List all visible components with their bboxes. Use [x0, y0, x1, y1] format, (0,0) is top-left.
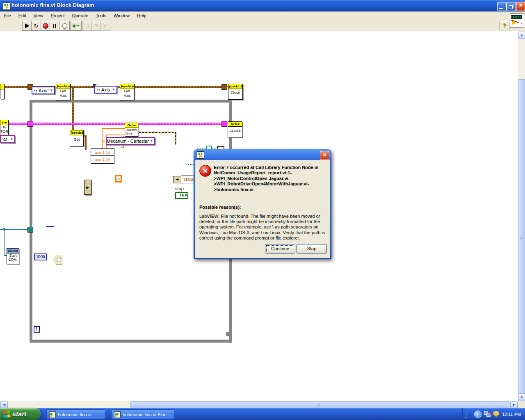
axis2-enum[interactable]: ◄► Axis 2 ▼	[32, 87, 55, 94]
dropdown-arrow-icon: ▼	[10, 137, 13, 141]
continue-button[interactable]: Continue	[265, 244, 295, 253]
taskbar-button-block-diagram[interactable]: holonomic fina.vi Bloc...	[111, 409, 174, 420]
menu-project[interactable]: Project	[47, 13, 68, 18]
wait-ms-constant[interactable]: 1000	[34, 253, 47, 260]
pause-button[interactable]	[50, 21, 59, 31]
window-titlebar[interactable]: holonomic fina.vi Block Diagram ✕	[0, 0, 525, 11]
menu-tools[interactable]: Tools	[92, 13, 110, 18]
scroll-up-button[interactable]: ▲	[518, 32, 525, 39]
menu-view[interactable]: View	[30, 13, 47, 18]
mecanum-mode-enum[interactable]: Mecanum - Cartesian ▼	[106, 137, 155, 145]
status-terminal-arrow[interactable]: ➔	[173, 176, 181, 183]
unbundle-row-axis2y[interactable]: axis 2 (y)	[91, 155, 114, 164]
toolbar: ↻ ◉→ ↴ ↷ ↱	[0, 20, 525, 31]
drive-close-node[interactable]: Drive CLOSE	[228, 121, 242, 137]
pause-icon	[55, 24, 56, 28]
run-button[interactable]	[22, 21, 32, 31]
minimize-icon	[499, 8, 503, 9]
zero-constant[interactable]: 0	[115, 175, 122, 183]
lightbulb-base-icon	[64, 28, 66, 30]
tunnel-driver-station[interactable]	[27, 227, 33, 233]
error-dialog[interactable]: ✕ ✕ Error 7 occurred at Call Library Fun…	[194, 149, 331, 259]
menu-edit[interactable]: Edit	[15, 13, 30, 18]
start-button[interactable]: start	[0, 408, 41, 420]
labview-dialog-icon	[197, 151, 204, 159]
joystick-close-node[interactable]: Joystick Close	[228, 84, 243, 100]
error-icon: ✕	[199, 165, 211, 177]
stop-button[interactable]: Stop	[297, 244, 327, 253]
menu-window[interactable]: Window	[110, 13, 133, 18]
highlight-execution-button[interactable]	[60, 21, 70, 31]
restore-icon	[509, 5, 513, 9]
run-continuous-button[interactable]: ↻	[31, 21, 41, 31]
retain-wire-values-button[interactable]: ◉→	[70, 21, 82, 31]
scrollbar-grip	[318, 403, 322, 406]
joystick-get-node[interactable]: Joystick Get	[70, 130, 84, 146]
taskbar: start holonomic fina.vi holonomic fina.v…	[0, 408, 525, 420]
error-line: >WPI_RobotDriveOpen4MotorWithJaguar.vi-	[214, 181, 328, 187]
vi-icon-pane[interactable]: 1	[510, 13, 524, 27]
scroll-down-button[interactable]: ▼	[518, 394, 525, 401]
tunnel-drive-right[interactable]	[221, 121, 227, 127]
step-into-button[interactable]: ↴	[82, 21, 92, 31]
restore-button[interactable]	[507, 2, 516, 11]
driver-station-start-node[interactable]: DrvrStn Start COM.	[7, 248, 19, 264]
scroll-left-button[interactable]: ◀	[0, 401, 8, 409]
enum-spinner-icon: ◄►	[96, 89, 101, 91]
possible-reasons-heading: Possible reason(s):	[199, 205, 241, 210]
hide-icons-chevron[interactable]: ‹	[474, 411, 482, 418]
close-button[interactable]: ✕	[516, 2, 525, 11]
tunnel-joystick-right[interactable]	[221, 84, 227, 90]
abort-button[interactable]	[41, 21, 50, 31]
lightbulb-icon	[62, 23, 67, 28]
tunnel-drive-left[interactable]	[27, 121, 33, 127]
menu-help[interactable]: Help	[133, 13, 150, 18]
taskbar-button-label: holonomic fina.vi Bloc...	[123, 412, 170, 417]
close-icon: ✕	[516, 2, 525, 8]
step-out-button[interactable]: ↱	[100, 21, 110, 31]
scrollbar-corner	[518, 401, 525, 408]
scrollbar-grip	[520, 235, 523, 239]
joystick-get-axis-node-b[interactable]: Joystick Get Axis	[120, 84, 135, 100]
menu-file[interactable]: File	[0, 13, 15, 18]
axis1-enum[interactable]: ◄► Axis 1 ▼	[94, 86, 117, 94]
run-icon	[25, 23, 30, 28]
enum-spinner-icon: ◄►	[33, 89, 38, 92]
unbundle-node-arrow[interactable]: ▶	[84, 180, 91, 195]
drive-open-node-partial[interactable]: ive N TOR	[0, 120, 9, 137]
taskbar-button-front-panel[interactable]: holonomic fina.vi	[46, 409, 106, 420]
minimize-button[interactable]	[497, 2, 507, 11]
pause-icon	[53, 24, 54, 28]
driver-station-ref-branch	[4, 229, 5, 256]
menu-operate[interactable]: Operate	[68, 13, 92, 18]
step-into-icon: ↴	[85, 23, 90, 29]
error-line: >WPI_MotorControlOpen Jaguar.vi-	[214, 176, 328, 181]
taskbar-clock[interactable]: 12:11 PM	[502, 412, 521, 417]
joystick-open-node-partial[interactable]	[0, 84, 5, 99]
dropdown-arrow-icon: ▼	[150, 139, 153, 143]
horizontal-scrollbar-thumb[interactable]	[130, 401, 509, 409]
scroll-right-button[interactable]: ▶	[510, 401, 518, 409]
metronome-icon	[57, 258, 61, 262]
step-over-button[interactable]: ↷	[91, 21, 101, 31]
jaguar-enum-partial[interactable]: ar▼	[0, 135, 15, 143]
labview-app-icon	[3, 2, 10, 10]
retain-wire-values-icon: ◉→	[72, 24, 79, 28]
window-title: holonomic fina.vi Block Diagram	[11, 2, 94, 8]
network-disconnected-icon[interactable]: ✕	[484, 411, 491, 417]
security-shield-icon[interactable]	[493, 411, 499, 417]
vertical-scrollbar-thumb[interactable]	[518, 79, 525, 394]
error-dialog-titlebar[interactable]: ✕	[194, 149, 331, 160]
step-out-icon: ↱	[103, 23, 108, 29]
dropdown-arrow-icon: ▼	[50, 89, 53, 92]
menubar: File Edit View Project Operate Tools Win…	[0, 11, 525, 20]
run-continuous-icon: ↻	[34, 23, 39, 29]
loop-iteration-terminal[interactable]: i	[34, 326, 40, 333]
context-help-button[interactable]: ?	[500, 21, 509, 30]
drive-holonomic-node[interactable]: Drive Holonom Drive	[125, 123, 138, 137]
labview-task-icon	[49, 411, 56, 418]
tray-window-icon[interactable]: ▾	[466, 412, 471, 416]
dialog-close-button[interactable]: ✕	[320, 151, 329, 160]
screen: holonomic fina.vi Block Diagram ✕ File E…	[0, 0, 525, 420]
joystick-get-axis-node-a[interactable]: Joystick Get Axis	[56, 84, 71, 100]
